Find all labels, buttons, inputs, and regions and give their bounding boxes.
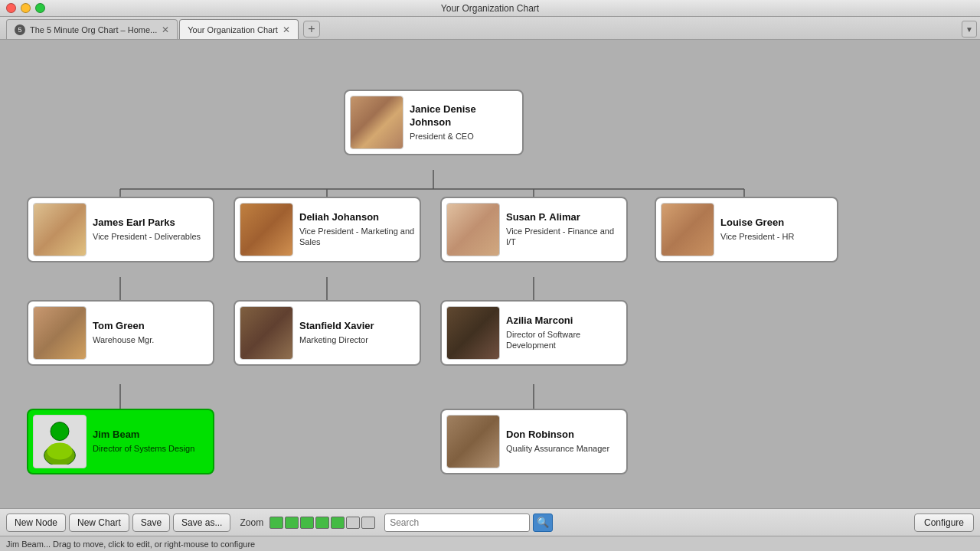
bottom-toolbar: New Node New Chart Save Save as... Zoom … — [0, 508, 980, 536]
search-button[interactable]: 🔍 — [533, 514, 553, 532]
title-azilia: Director of Software Development — [506, 329, 622, 351]
avatar-don — [446, 415, 500, 468]
info-james: James Earl ParksVice President - Deliver… — [93, 217, 208, 242]
node-tom[interactable]: Tom GreenWarehouse Mgr. — [27, 300, 214, 366]
new-tab-button[interactable]: + — [303, 21, 320, 37]
info-tom: Tom GreenWarehouse Mgr. — [93, 320, 208, 345]
status-text: Jim Beam... Drag to move, click to edit,… — [6, 540, 255, 549]
info-louise: Louise GreenVice President - HR — [720, 217, 832, 242]
name-don: Don Robinson — [506, 429, 622, 442]
zoom-block-3[interactable] — [300, 517, 314, 529]
avatar-susan — [446, 203, 500, 256]
title-don: Quality Assurance Manager — [506, 443, 622, 454]
tab-home-close[interactable]: ✕ — [162, 24, 169, 35]
title-jim: Director of Systems Design — [93, 443, 208, 454]
node-stanfield[interactable]: Stanfield XavierMarketing Director — [234, 300, 421, 366]
close-button[interactable] — [6, 3, 16, 13]
avatar-louise — [661, 203, 714, 256]
svg-point-15 — [47, 442, 72, 459]
tab-home-label: The 5 Minute Org Chart – Home... — [30, 25, 157, 34]
avatar-tom — [33, 306, 87, 360]
title-bar: Your Organization Chart — [0, 0, 980, 17]
avatar-azilia — [446, 306, 500, 360]
tab-home[interactable]: 5 The 5 Minute Org Chart – Home... ✕ — [6, 19, 178, 39]
node-janice[interactable]: Janice Denise JohnsonPresident & CEO — [344, 90, 524, 155]
zoom-label: Zoom — [240, 517, 263, 528]
search-icon: 🔍 — [537, 517, 549, 528]
minimize-button[interactable] — [21, 3, 31, 13]
window-title: Your Organization Chart — [441, 3, 539, 14]
zoom-block-7[interactable] — [361, 517, 375, 529]
node-james[interactable]: James Earl ParksVice President - Deliver… — [27, 197, 214, 262]
name-jim: Jim Beam — [93, 429, 208, 442]
title-tom: Warehouse Mgr. — [93, 334, 208, 345]
avatar-stanfield — [240, 306, 293, 360]
maximize-button[interactable] — [35, 3, 45, 13]
search-input[interactable] — [384, 514, 530, 532]
name-louise: Louise Green — [720, 217, 832, 230]
info-stanfield: Stanfield XavierMarketing Director — [299, 320, 415, 345]
title-james: Vice President - Deliverables — [93, 231, 208, 242]
avatar-janice — [350, 96, 403, 149]
tab-org-chart[interactable]: Your Organization Chart ✕ — [179, 19, 299, 39]
name-james: James Earl Parks — [93, 217, 208, 230]
node-don[interactable]: Don RobinsonQuality Assurance Manager — [440, 409, 628, 474]
title-susan: Vice President - Finance and I/T — [506, 226, 622, 248]
save-as-button[interactable]: Save as... — [173, 514, 230, 532]
status-bar: Jim Beam... Drag to move, click to edit,… — [0, 536, 980, 551]
zoom-block-5[interactable] — [331, 517, 345, 529]
title-deliah: Vice President - Marketing and Sales — [299, 226, 415, 248]
name-deliah: Deliah Johanson — [299, 211, 415, 224]
tab-org-chart-label: Your Organization Chart — [188, 25, 278, 34]
name-tom: Tom Green — [93, 320, 208, 333]
name-azilia: Azilia Marconi — [506, 315, 622, 328]
new-node-button[interactable]: New Node — [6, 514, 66, 532]
avatar-jim — [33, 415, 87, 468]
zoom-block-6[interactable] — [346, 517, 360, 529]
info-susan: Susan P. AlimarVice President - Finance … — [506, 211, 622, 247]
zoom-block-1[interactable] — [270, 517, 283, 529]
window-controls[interactable] — [6, 3, 45, 13]
node-susan[interactable]: Susan P. AlimarVice President - Finance … — [440, 197, 628, 262]
name-janice: Janice Denise Johnson — [410, 103, 518, 129]
zoom-block-2[interactable] — [285, 517, 299, 529]
name-stanfield: Stanfield Xavier — [299, 320, 415, 333]
info-azilia: Azilia MarconiDirector of Software Devel… — [506, 315, 622, 350]
tab-bar: 5 The 5 Minute Org Chart – Home... ✕ You… — [0, 17, 980, 40]
svg-point-13 — [51, 422, 69, 441]
info-jim: Jim BeamDirector of Systems Design — [93, 429, 208, 454]
save-button[interactable]: Save — [132, 514, 170, 532]
title-louise: Vice President - HR — [720, 231, 832, 242]
node-jim[interactable]: Jim BeamDirector of Systems Design — [27, 409, 214, 474]
title-janice: President & CEO — [410, 131, 518, 142]
info-don: Don RobinsonQuality Assurance Manager — [506, 429, 622, 454]
zoom-control[interactable] — [270, 517, 375, 529]
node-louise[interactable]: Louise GreenVice President - HR — [655, 197, 838, 262]
search-container: 🔍 — [384, 514, 553, 532]
configure-button[interactable]: Configure — [914, 514, 974, 532]
new-chart-button[interactable]: New Chart — [69, 514, 129, 532]
tab-list-button[interactable]: ▼ — [962, 21, 977, 37]
avatar-deliah — [240, 203, 293, 256]
canvas-area: Janice Denise JohnsonPresident & CEOJame… — [0, 40, 980, 508]
info-deliah: Deliah JohansonVice President - Marketin… — [299, 211, 415, 247]
name-susan: Susan P. Alimar — [506, 211, 622, 224]
tab-badge: 5 — [15, 24, 25, 35]
title-stanfield: Marketing Director — [299, 334, 415, 345]
tab-org-chart-close[interactable]: ✕ — [283, 24, 290, 35]
info-janice: Janice Denise JohnsonPresident & CEO — [410, 103, 518, 142]
avatar-james — [33, 203, 87, 256]
node-azilia[interactable]: Azilia MarconiDirector of Software Devel… — [440, 300, 628, 366]
zoom-block-4[interactable] — [315, 517, 329, 529]
node-deliah[interactable]: Deliah JohansonVice President - Marketin… — [234, 197, 421, 262]
